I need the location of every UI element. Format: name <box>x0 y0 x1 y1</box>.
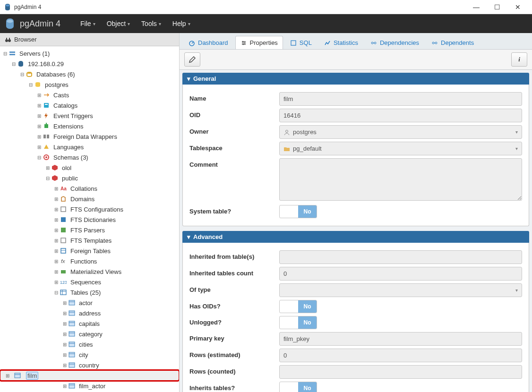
group-advanced-header[interactable]: ▾Advanced <box>182 231 529 243</box>
tab-statistics[interactable]: Statistics <box>319 36 363 49</box>
tree-db-postgres[interactable]: ⊟postgres <box>0 79 179 90</box>
tree-table-category[interactable]: ⊞category <box>0 329 179 339</box>
label-primary-key: Primary key <box>189 332 279 342</box>
tree-extensions[interactable]: ⊞Extensions <box>0 121 179 131</box>
minimize-button[interactable]: — <box>466 0 487 14</box>
tree-functions[interactable]: ⊞fxFunctions <box>0 256 179 266</box>
tree-tables[interactable]: ⊟Tables (25) <box>0 287 179 298</box>
toggle-inherits-tables[interactable]: No <box>279 382 317 392</box>
toggle-system-table[interactable]: No <box>279 205 317 218</box>
table-icon <box>68 351 76 358</box>
tree-fts-parsers[interactable]: ⊞FTS Parsers <box>0 225 179 235</box>
pgadmin-logo-icon <box>4 17 16 30</box>
label-inherits-tables: Inherits tables? <box>189 382 279 392</box>
svg-rect-11 <box>45 104 48 105</box>
info-button[interactable]: i <box>511 52 527 67</box>
svg-rect-28 <box>60 290 66 295</box>
label-inherited-from: Inherited from table(s) <box>189 250 279 260</box>
svg-point-61 <box>286 130 288 132</box>
field-comment[interactable] <box>279 158 522 201</box>
tree-event-triggers[interactable]: ⊞Event Triggers <box>0 111 179 121</box>
close-button[interactable]: ✕ <box>507 0 528 14</box>
menu-tools[interactable]: Tools▾ <box>136 20 167 27</box>
label-rows-cnt: Rows (counted) <box>189 365 279 375</box>
svg-point-58 <box>432 42 434 44</box>
tree-domains[interactable]: ⊞Domains <box>0 194 179 204</box>
svg-rect-6 <box>9 51 15 53</box>
svg-rect-21 <box>61 228 66 232</box>
binoculars-icon <box>5 36 11 43</box>
menu-help[interactable]: Help▾ <box>167 20 196 27</box>
tree-table-actor[interactable]: ⊞actor <box>0 298 179 308</box>
group-general-header[interactable]: ▾General <box>182 73 529 85</box>
toggle-has-oids[interactable]: No <box>279 300 317 313</box>
tree-server-1[interactable]: ⊟192.168.0.29 <box>0 59 179 69</box>
tab-properties[interactable]: Properties <box>235 36 283 49</box>
chevron-down-icon: ▾ <box>187 233 190 240</box>
tree-table-country[interactable]: ⊞country <box>0 360 179 370</box>
sidebar: Browser ⊟Servers (1) ⊟192.168.0.29 ⊟Data… <box>0 33 180 392</box>
svg-rect-37 <box>69 332 75 336</box>
table-icon <box>68 361 76 369</box>
window-title: pgAdmin 4 <box>14 4 466 10</box>
menu-object[interactable]: Object▾ <box>101 20 136 27</box>
maximize-button[interactable]: ☐ <box>487 0 507 14</box>
tree-table-film[interactable]: ⊞film <box>0 370 179 381</box>
tree-schemas[interactable]: ⊟Schemas (3) <box>0 152 179 162</box>
field-owner[interactable]: postgres▾ <box>279 125 522 139</box>
toggle-unlogged[interactable]: No <box>279 316 317 329</box>
tree-catalogs[interactable]: ⊞Catalogs <box>0 100 179 111</box>
svg-point-52 <box>244 42 245 43</box>
svg-text:Aa: Aa <box>60 186 67 191</box>
tree-databases[interactable]: ⊟Databases (6) <box>0 69 179 79</box>
tree-collations[interactable]: ⊞AaCollations <box>0 183 179 194</box>
tab-sql[interactable]: SQL <box>285 36 317 49</box>
tree-sequences[interactable]: ⊞123Sequences <box>0 277 179 287</box>
tree-servers[interactable]: ⊟Servers (1) <box>0 48 179 59</box>
catalogs-icon <box>43 102 50 109</box>
tree-schema-olol[interactable]: ⊞olol <box>0 162 179 173</box>
tree-table-city[interactable]: ⊞city <box>0 349 179 360</box>
tree-table-cities[interactable]: ⊞cities <box>0 339 179 349</box>
brand-name: pgAdmin 4 <box>20 19 60 29</box>
svg-rect-26 <box>61 270 66 273</box>
field-name[interactable]: film <box>279 92 522 106</box>
tree-foreign-tables[interactable]: ⊞Foreign Tables <box>0 246 179 256</box>
tree-languages[interactable]: ⊞Languages <box>0 142 179 152</box>
tab-dashboard[interactable]: Dashboard <box>183 36 233 49</box>
tree-table-address[interactable]: ⊞address <box>0 308 179 318</box>
user-icon <box>283 129 290 136</box>
svg-point-55 <box>371 42 373 44</box>
svg-rect-47 <box>69 383 75 388</box>
tree-fts-conf[interactable]: ⊞FTS Configurations <box>0 204 179 214</box>
tree-fts-dict[interactable]: ⊞FTS Dictionaries <box>0 214 179 225</box>
main-panel: Dashboard Properties SQL Statistics Depe… <box>180 33 532 392</box>
casts-icon <box>43 91 50 99</box>
label-has-oids: Has OIDs? <box>189 300 279 310</box>
label-name: Name <box>189 92 279 102</box>
tree-fdw[interactable]: ⊞Foreign Data Wrappers <box>0 131 179 142</box>
tree-table-capitals[interactable]: ⊞capitals <box>0 318 179 329</box>
svg-text:123: 123 <box>60 280 67 285</box>
field-tablespace[interactable]: pg_default▾ <box>279 142 522 155</box>
tree-fts-tmpl[interactable]: ⊞FTS Templates <box>0 235 179 246</box>
field-of-type[interactable]: ▾ <box>279 283 522 297</box>
menu-file[interactable]: File▾ <box>75 20 101 27</box>
tree-table-film-actor[interactable]: ⊞film_actor <box>0 381 179 391</box>
tree-casts[interactable]: ⊞Casts <box>0 90 179 100</box>
fdw-icon <box>43 133 50 140</box>
tab-dependencies[interactable]: Dependencies <box>365 36 424 49</box>
titlebar: pgAdmin 4 — ☐ ✕ <box>0 0 532 14</box>
tree-mat-views[interactable]: ⊞Materialized Views <box>0 266 179 277</box>
tree-schema-public[interactable]: ⊟public <box>0 173 179 183</box>
label-rows-est: Rows (estimated) <box>189 349 279 358</box>
field-primary-key: film_pkey <box>279 332 522 346</box>
tab-dependents[interactable]: Dependents <box>426 36 479 49</box>
tree[interactable]: ⊟Servers (1) ⊟192.168.0.29 ⊟Databases (6… <box>0 46 179 392</box>
dashboard-icon <box>189 40 195 46</box>
label-system-table: System table? <box>189 205 279 215</box>
extensions-icon <box>43 122 50 130</box>
label-inherited-count: Inherited tables count <box>189 267 279 277</box>
edit-button[interactable] <box>184 52 200 67</box>
properties-body[interactable]: ▾General Namefilm OID16416 Ownerpostgres… <box>180 70 532 392</box>
